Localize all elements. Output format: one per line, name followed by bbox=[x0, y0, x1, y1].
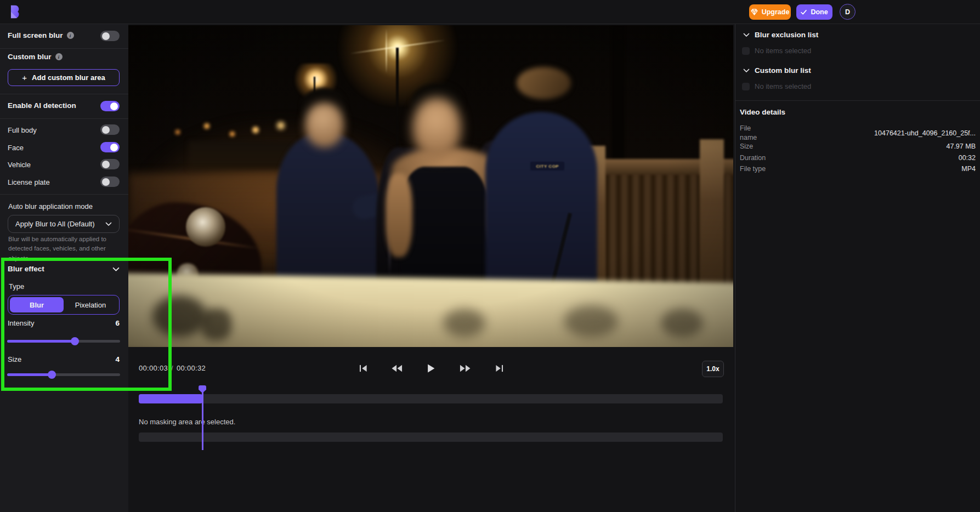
current-time: 00:00:03 bbox=[139, 364, 168, 372]
size-detail-label: Size bbox=[740, 142, 753, 151]
chevron-down-icon bbox=[743, 69, 750, 73]
vehicle-toggle[interactable] bbox=[100, 159, 120, 169]
tab-pixelation[interactable]: Pixelation bbox=[64, 297, 117, 312]
custom-blur-empty-row: No items selected bbox=[742, 82, 811, 90]
checkbox-icon[interactable] bbox=[742, 83, 750, 90]
app-logo-icon[interactable] bbox=[8, 4, 22, 19]
chevron-down-icon[interactable] bbox=[112, 267, 120, 272]
blur-exclusion-list-title: Blur exclusion list bbox=[755, 31, 818, 39]
intensity-slider[interactable] bbox=[7, 337, 120, 345]
video-details-file-name-row: File name 10476421-uhd_4096_2160_25f... bbox=[740, 124, 976, 143]
size-detail-value: 47.97 MB bbox=[946, 143, 976, 150]
slider-fill bbox=[7, 373, 52, 376]
done-button[interactable]: Done bbox=[796, 4, 832, 20]
blur-exclusion-empty-row: No items selected bbox=[742, 47, 811, 55]
gem-icon bbox=[751, 9, 758, 15]
top-bar: Upgrade Done D bbox=[0, 0, 980, 24]
info-icon[interactable]: i bbox=[55, 53, 63, 60]
done-label: Done bbox=[811, 8, 828, 16]
playhead-handle[interactable] bbox=[199, 385, 206, 393]
divider bbox=[735, 100, 980, 101]
info-icon[interactable]: i bbox=[67, 32, 74, 39]
play-icon bbox=[427, 364, 435, 373]
toggle-knob bbox=[102, 126, 110, 134]
size-row: Size 4 bbox=[8, 354, 120, 364]
fast-forward-button[interactable] bbox=[457, 362, 473, 374]
divider bbox=[0, 194, 128, 195]
custom-blur-list-title: Custom blur list bbox=[755, 66, 811, 75]
auto-blur-mode-description: Blur will be automatically applied to de… bbox=[8, 235, 118, 263]
checkbox-icon[interactable] bbox=[742, 47, 750, 55]
auto-blur-mode-select[interactable]: Apply Blur to All (Default) bbox=[8, 215, 120, 233]
total-time: 00:00:32 bbox=[177, 364, 206, 372]
slider-fill bbox=[7, 340, 75, 343]
auto-blur-mode-value: Apply Blur to All (Default) bbox=[15, 220, 95, 228]
play-button[interactable] bbox=[423, 362, 439, 374]
intensity-row: Intensity 6 bbox=[8, 318, 120, 328]
face-toggle[interactable] bbox=[100, 142, 120, 152]
transport-controls bbox=[355, 362, 507, 374]
file-name-value: 10476421-uhd_4096_2160_25f... bbox=[874, 129, 976, 137]
upgrade-button[interactable]: Upgrade bbox=[749, 4, 791, 20]
full-body-label: Full body bbox=[8, 126, 37, 134]
skip-end-button[interactable] bbox=[491, 362, 507, 374]
user-avatar[interactable]: D bbox=[840, 4, 856, 20]
scene-vignette bbox=[128, 25, 733, 347]
full-body-toggle[interactable] bbox=[100, 124, 120, 135]
plus-icon: + bbox=[22, 73, 27, 82]
license-plate-label: License plate bbox=[8, 178, 50, 186]
toggle-knob bbox=[102, 178, 110, 186]
file-name-label: File name bbox=[740, 124, 768, 143]
intensity-label: Intensity bbox=[8, 319, 34, 327]
slider-thumb[interactable] bbox=[71, 337, 79, 345]
face-label: Face bbox=[8, 144, 24, 152]
divider bbox=[0, 48, 128, 49]
enable-ai-detection-toggle[interactable] bbox=[100, 101, 120, 111]
custom-blur-list-header[interactable]: Custom blur list bbox=[743, 66, 811, 75]
auto-blur-mode-label: Auto blur application mode bbox=[8, 202, 93, 211]
masking-message: No masking area are selected. bbox=[139, 418, 235, 426]
toggle-knob bbox=[102, 32, 110, 40]
toggle-knob bbox=[102, 161, 110, 168]
upgrade-label: Upgrade bbox=[762, 8, 790, 16]
app-window: Upgrade Done D Full screen blur i Custom… bbox=[0, 0, 980, 512]
custom-blur-empty-label: No items selected bbox=[755, 82, 811, 90]
divider bbox=[0, 94, 128, 94]
size-slider[interactable] bbox=[7, 370, 120, 379]
chevron-down-icon bbox=[743, 33, 750, 37]
timeline-progress bbox=[139, 394, 202, 403]
time-display: 00:00:03 / 00:00:32 bbox=[139, 364, 206, 372]
skip-start-icon bbox=[359, 365, 367, 372]
slider-thumb[interactable] bbox=[48, 371, 56, 379]
divider bbox=[0, 118, 128, 119]
tab-blur[interactable]: Blur bbox=[10, 297, 64, 312]
timeline-track[interactable] bbox=[139, 394, 723, 403]
add-custom-blur-area-button[interactable]: + Add custom blur area bbox=[8, 69, 120, 86]
left-sidebar: Full screen blur i Custom blur i + Add c… bbox=[0, 24, 128, 512]
skip-start-button[interactable] bbox=[355, 362, 371, 374]
masking-track[interactable] bbox=[139, 433, 723, 442]
full-screen-blur-toggle[interactable] bbox=[100, 31, 120, 41]
rewind-button[interactable] bbox=[389, 362, 405, 374]
custom-blur-label: Custom blur i bbox=[8, 53, 63, 61]
video-details-duration-row: Duration 00:32 bbox=[740, 153, 976, 163]
size-value: 4 bbox=[115, 355, 120, 363]
toggle-knob bbox=[110, 144, 118, 151]
license-plate-toggle[interactable] bbox=[100, 177, 120, 187]
toggle-knob bbox=[110, 103, 118, 110]
check-icon bbox=[801, 10, 807, 15]
add-custom-blur-area-label: Add custom blur area bbox=[32, 73, 105, 82]
vehicle-label: Vehicle bbox=[8, 161, 31, 169]
intensity-value: 6 bbox=[115, 319, 120, 327]
rewind-icon bbox=[392, 365, 403, 372]
video-preview[interactable]: CITY COP bbox=[128, 25, 733, 347]
duration-value: 00:32 bbox=[959, 154, 976, 162]
blur-effect-header: Blur effect bbox=[8, 265, 44, 273]
avatar-letter: D bbox=[845, 8, 850, 16]
skip-end-icon bbox=[495, 365, 503, 372]
speed-label: 1.0x bbox=[706, 365, 719, 373]
blur-exclusion-list-header[interactable]: Blur exclusion list bbox=[743, 31, 818, 39]
video-details-title: Video details bbox=[740, 108, 785, 116]
fast-forward-icon bbox=[460, 365, 471, 372]
playback-speed-button[interactable]: 1.0x bbox=[702, 361, 724, 377]
